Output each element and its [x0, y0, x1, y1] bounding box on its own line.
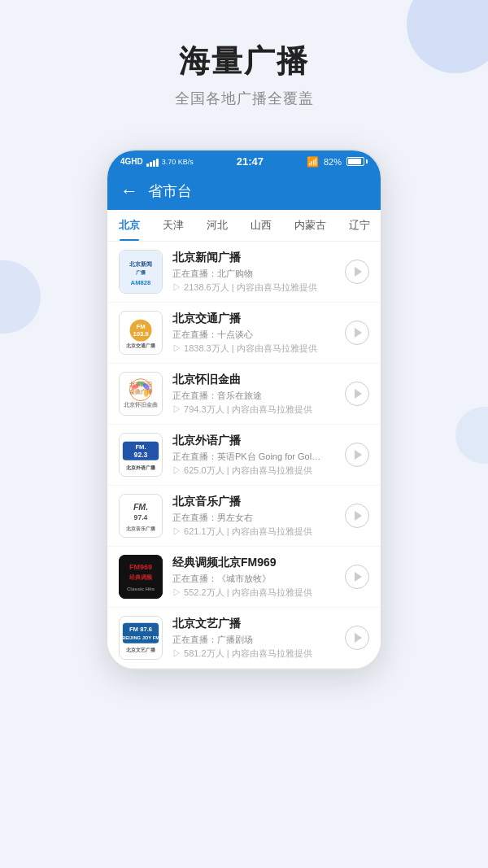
- signal-icon: [146, 157, 159, 167]
- status-time: 21:47: [237, 155, 264, 168]
- list-item[interactable]: FM 87.6 BEIJING JOY FM 北京文艺广播 北京文艺广播 正在直…: [107, 608, 381, 668]
- play-button-2[interactable]: [345, 321, 369, 345]
- tab-neimenggu[interactable]: 内蒙古: [283, 210, 338, 241]
- svg-text:FM969: FM969: [129, 563, 152, 571]
- list-item[interactable]: FM 103.9 北京交通广播 北京交通广播 正在直播：十点谈心 ▷ 1838.…: [107, 303, 381, 363]
- svg-point-16: [144, 389, 149, 397]
- status-right: 📶 82%: [307, 156, 368, 168]
- station-stats-7: ▷ 581.2万人 | 内容由喜马拉雅提供: [172, 648, 335, 660]
- data-speed: 3.70 KB/s: [162, 158, 194, 166]
- station-logo-1: 北京新闻 广播 AM828: [119, 250, 163, 294]
- station-stats-2: ▷ 1838.3万人 | 内容由喜马拉雅提供: [172, 342, 335, 355]
- list-item[interactable]: 北京怀旧 金曲广播 北京怀旧金曲 北京怀旧金曲 正在直播：音乐在旅途 ▷ 794…: [107, 364, 381, 424]
- play-icon-6: [355, 572, 362, 582]
- status-bar: 4GHD 3.70 KB/s 21:47 📶 82%: [107, 150, 381, 172]
- svg-text:经典调频: 经典调频: [129, 574, 153, 581]
- tab-shanxi[interactable]: 山西: [239, 210, 283, 241]
- svg-text:103.9: 103.9: [133, 330, 148, 338]
- station-live-7: 正在直播：广播剧场: [172, 634, 335, 646]
- svg-text:FM.: FM.: [135, 443, 146, 451]
- svg-text:97.4: 97.4: [134, 513, 148, 521]
- play-button-6[interactable]: [345, 565, 369, 589]
- svg-text:北京外语广播: 北京外语广播: [125, 465, 156, 470]
- station-stats-4: ▷ 625.0万人 | 内容由喜马拉雅提供: [172, 465, 335, 477]
- station-logo-2: FM 103.9 北京交通广播: [119, 311, 163, 355]
- station-logo-6: FM969 经典调频 Classic Hits: [119, 555, 163, 599]
- list-item[interactable]: FM. 97.4 北京音乐广播 北京音乐广播 正在直播：男左女右 ▷ 621.1…: [107, 486, 381, 546]
- station-logo-5: FM. 97.4 北京音乐广播: [119, 494, 163, 538]
- network-type: 4GHD: [120, 157, 143, 166]
- station-stats-1: ▷ 2138.6万人 | 内容由喜马拉雅提供: [172, 281, 335, 294]
- tab-bar: 北京 天津 河北 山西 内蒙古 辽宁 吉林: [107, 210, 381, 242]
- svg-text:Classic Hits: Classic Hits: [127, 587, 155, 591]
- play-button-4[interactable]: [345, 443, 369, 467]
- svg-text:BEIJING JOY FM: BEIJING JOY FM: [122, 635, 159, 640]
- play-button-1[interactable]: [345, 260, 369, 284]
- play-icon-2: [355, 328, 362, 338]
- play-icon-3: [355, 389, 362, 399]
- station-name-5: 北京音乐广播: [172, 495, 335, 509]
- station-info-2: 北京交通广播 正在直播：十点谈心 ▷ 1838.3万人 | 内容由喜马拉雅提供: [172, 312, 335, 355]
- station-info-3: 北京怀旧金曲 正在直播：音乐在旅途 ▷ 794.3万人 | 内容由喜马拉雅提供: [172, 373, 335, 416]
- station-info-5: 北京音乐广播 正在直播：男左女右 ▷ 621.1万人 | 内容由喜马拉雅提供: [172, 495, 335, 538]
- svg-text:北京音乐广播: 北京音乐广播: [125, 526, 156, 531]
- station-live-6: 正在直播：《城市放牧》: [172, 573, 335, 585]
- svg-text:北京交通广播: 北京交通广播: [125, 342, 156, 348]
- play-icon-1: [355, 267, 362, 277]
- station-name-4: 北京外语广播: [172, 434, 335, 448]
- svg-text:AM828: AM828: [131, 279, 152, 286]
- tab-liaoning[interactable]: 辽宁: [338, 210, 381, 241]
- battery-percent: 82%: [324, 157, 342, 167]
- tab-beijing[interactable]: 北京: [107, 210, 151, 241]
- station-live-5: 正在直播：男左女右: [172, 512, 335, 524]
- phone-mockup: 4GHD 3.70 KB/s 21:47 📶 82%: [0, 149, 488, 670]
- svg-text:FM.: FM.: [133, 502, 148, 512]
- svg-text:北京怀旧金曲: 北京怀旧金曲: [123, 401, 158, 408]
- svg-text:FM 87.6: FM 87.6: [129, 626, 152, 633]
- station-live-3: 正在直播：音乐在旅途: [172, 390, 335, 402]
- station-name-3: 北京怀旧金曲: [172, 373, 335, 387]
- play-icon-4: [355, 450, 362, 460]
- station-name-1: 北京新闻广播: [172, 251, 335, 265]
- station-info-1: 北京新闻广播 正在直播：北广购物 ▷ 2138.6万人 | 内容由喜马拉雅提供: [172, 251, 335, 294]
- page-subtitle: 全国各地广播全覆盖: [0, 89, 488, 108]
- svg-text:广播: 广播: [136, 269, 146, 275]
- phone-screen: 4GHD 3.70 KB/s 21:47 📶 82%: [106, 149, 382, 670]
- play-icon-7: [355, 633, 362, 643]
- back-button[interactable]: ←: [120, 181, 138, 202]
- station-stats-5: ▷ 621.1万人 | 内容由喜马拉雅提供: [172, 526, 335, 538]
- tab-hebei[interactable]: 河北: [195, 210, 239, 241]
- station-name-2: 北京交通广播: [172, 312, 335, 326]
- svg-text:92.3: 92.3: [134, 451, 148, 459]
- battery-icon: [346, 157, 368, 166]
- list-item[interactable]: FM969 经典调频 Classic Hits 经典调频北京FM969 正在直播…: [107, 547, 381, 607]
- station-logo-4: FM. 92.3 北京外语广播: [119, 433, 163, 477]
- svg-text:北京新闻: 北京新闻: [129, 260, 152, 267]
- station-stats-3: ▷ 794.3万人 | 内容由喜马拉雅提供: [172, 403, 335, 416]
- radio-list: 北京新闻 广播 AM828 北京新闻广播 正在直播：北广购物 ▷ 2138.6万…: [107, 242, 381, 669]
- station-logo-7: FM 87.6 BEIJING JOY FM 北京文艺广播: [119, 616, 163, 660]
- station-info-6: 经典调频北京FM969 正在直播：《城市放牧》 ▷ 552.2万人 | 内容由喜…: [172, 556, 335, 599]
- station-name-7: 北京文艺广播: [172, 617, 335, 631]
- svg-text:FM: FM: [136, 323, 145, 330]
- svg-text:北京文艺广播: 北京文艺广播: [125, 647, 156, 652]
- play-button-7[interactable]: [345, 626, 369, 650]
- nav-bar: ← 省市台: [107, 172, 381, 210]
- station-logo-3: 北京怀旧 金曲广播 北京怀旧金曲: [119, 372, 163, 416]
- nav-title: 省市台: [148, 181, 192, 201]
- station-stats-6: ▷ 552.2万人 | 内容由喜马拉雅提供: [172, 587, 335, 599]
- station-live-4: 正在直播：英语PK台 Going for Gol…: [172, 451, 335, 463]
- tab-tianjin[interactable]: 天津: [151, 210, 195, 241]
- station-live-2: 正在直播：十点谈心: [172, 329, 335, 341]
- station-live-1: 正在直播：北广购物: [172, 268, 335, 280]
- play-button-3[interactable]: [345, 382, 369, 406]
- status-left: 4GHD 3.70 KB/s: [120, 157, 194, 167]
- wifi-icon: 📶: [307, 156, 319, 168]
- play-button-5[interactable]: [345, 504, 369, 528]
- station-info-4: 北京外语广播 正在直播：英语PK台 Going for Gol… ▷ 625.0…: [172, 434, 335, 477]
- list-item[interactable]: 北京新闻 广播 AM828 北京新闻广播 正在直播：北广购物 ▷ 2138.6万…: [107, 242, 381, 302]
- station-info-7: 北京文艺广播 正在直播：广播剧场 ▷ 581.2万人 | 内容由喜马拉雅提供: [172, 617, 335, 660]
- list-item[interactable]: FM. 92.3 北京外语广播 北京外语广播 正在直播：英语PK台 Going …: [107, 425, 381, 485]
- play-icon-5: [355, 511, 362, 521]
- station-name-6: 经典调频北京FM969: [172, 556, 335, 570]
